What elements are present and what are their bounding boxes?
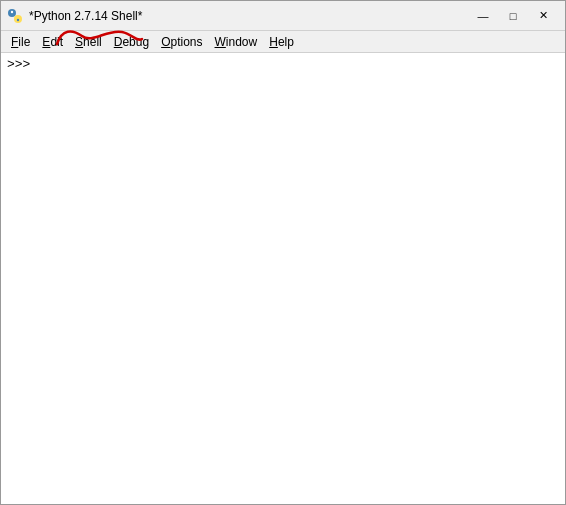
title-bar-controls: — □ ✕: [469, 6, 557, 26]
svg-point-2: [11, 10, 13, 12]
maximize-button[interactable]: □: [499, 6, 527, 26]
menu-debug[interactable]: Debug: [108, 32, 155, 52]
title-bar: *Python 2.7.14 Shell* — □ ✕: [1, 1, 565, 31]
menu-options[interactable]: Options: [155, 32, 208, 52]
minimize-button[interactable]: —: [469, 6, 497, 26]
menu-shell[interactable]: Shell: [69, 32, 108, 52]
menu-file[interactable]: File: [5, 32, 36, 52]
shell-prompt: >>>: [7, 57, 30, 72]
shell-content[interactable]: >>>: [1, 53, 565, 504]
title-bar-left: *Python 2.7.14 Shell*: [7, 8, 142, 24]
menu-window[interactable]: Window: [209, 32, 264, 52]
close-button[interactable]: ✕: [529, 6, 557, 26]
python-icon: [7, 8, 23, 24]
window-title: *Python 2.7.14 Shell*: [29, 9, 142, 23]
svg-point-3: [17, 18, 19, 20]
menu-bar: File Edit Shell Debug Options Window Hel…: [1, 31, 565, 53]
python-shell-window: *Python 2.7.14 Shell* — □ ✕ File Edit Sh…: [0, 0, 566, 505]
menu-help[interactable]: Help: [263, 32, 300, 52]
menu-edit[interactable]: Edit: [36, 32, 69, 52]
